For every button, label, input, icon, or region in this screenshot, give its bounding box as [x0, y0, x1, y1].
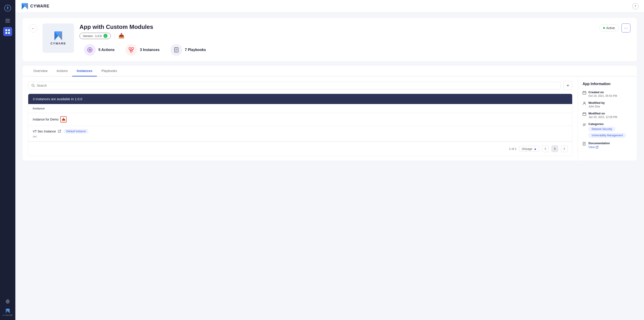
- tab-instances[interactable]: Instances: [72, 66, 97, 76]
- import-icon[interactable]: 📥: [118, 33, 124, 39]
- page-1-button[interactable]: 1: [552, 145, 558, 152]
- instances-icon: [125, 44, 137, 56]
- instance-icon-demo[interactable]: 📥: [60, 116, 66, 123]
- app-information-title: App Information: [582, 82, 632, 86]
- sidebar-item-menu[interactable]: [3, 16, 12, 25]
- sidebar: CYWARE: [0, 0, 15, 320]
- categories-content: Categories Network Security Vulnerabilit…: [588, 122, 626, 138]
- per-page-label: 20/page: [522, 147, 532, 151]
- table-row: Instance for Demo 📥: [28, 113, 572, 126]
- tab-actions[interactable]: Actions: [52, 66, 72, 76]
- tabs-content-area: Overview Actions Instances Playbooks: [22, 66, 637, 160]
- page-info: 1 of 1: [509, 147, 517, 151]
- modified-by-label: Modified by: [588, 101, 605, 104]
- modified-by-value: John Doe: [588, 105, 605, 108]
- playbooks-icon: [170, 44, 182, 56]
- instance-label-vtsec: VT Sec Instance: [33, 130, 56, 133]
- default-instance-badge: Default Instance: [64, 129, 88, 134]
- svg-rect-15: [129, 48, 131, 49]
- app-information-panel: App Information Created on: [578, 76, 637, 160]
- next-icon: [564, 147, 565, 150]
- categories-row: Categories Network Security Vulnerabilit…: [582, 122, 632, 138]
- search-box[interactable]: [28, 82, 561, 89]
- next-page-button[interactable]: [561, 145, 568, 152]
- doc-link-text: View: [588, 145, 595, 149]
- svg-point-8: [7, 301, 8, 302]
- svg-rect-29: [583, 92, 586, 94]
- calendar-icon: [582, 91, 586, 97]
- version-badge[interactable]: Version : 1.0.0 ✓: [80, 33, 111, 39]
- svg-point-10: [89, 49, 91, 51]
- back-button[interactable]: ←: [29, 24, 37, 32]
- more-options-button[interactable]: ···: [622, 23, 630, 32]
- tab-playbooks[interactable]: Playbooks: [97, 66, 122, 76]
- category-network-security: Network Security: [588, 127, 615, 132]
- app-header-card: ← CYWARE App with Custom Modules: [22, 18, 637, 61]
- svg-rect-16: [132, 48, 134, 49]
- instance-label-demo: Instance for Demo: [33, 118, 58, 121]
- app-info-section: App with Custom Modules Version : 1.0.0 …: [80, 23, 630, 56]
- sidebar-item-apps[interactable]: [3, 27, 12, 36]
- main-content: CYWARE ? ← CYWARE App with Custom M: [15, 0, 644, 320]
- app-title-row: App with Custom Modules: [80, 23, 630, 30]
- sidebar-logo: [3, 3, 12, 13]
- created-on-value: Oct 19, 2021, 05:54 PM: [588, 94, 617, 97]
- sidebar-bottom: CYWARE: [2, 297, 13, 317]
- table-header: 3 Instances are available in 1.0.0: [28, 94, 572, 104]
- prev-icon: [544, 147, 546, 150]
- created-on-row: Created on Oct 19, 2021, 05:54 PM: [582, 90, 632, 97]
- tab-bar: Overview Actions Instances Playbooks: [22, 66, 637, 76]
- instance-name-vtsec: VT Sec Instance: [33, 130, 61, 133]
- prev-page-button[interactable]: [542, 145, 549, 152]
- documentation-label: Documentation: [588, 141, 610, 145]
- doc-icon: [582, 142, 586, 149]
- search-input[interactable]: [37, 84, 557, 87]
- external-link-icon: [596, 146, 598, 148]
- link-icon: [58, 130, 61, 133]
- svg-line-27: [34, 86, 34, 87]
- playbooks-count: 7 Playbooks: [185, 48, 206, 52]
- modified-on-row: Modified on Jan 03, 2022, 12:59 PM: [582, 112, 632, 119]
- status-label: Active: [606, 26, 615, 30]
- created-on-content: Created on Oct 19, 2021, 05:54 PM: [588, 90, 617, 97]
- body-area: + 3 Instances are available in 1.0.0 Ins…: [22, 76, 637, 160]
- stat-actions: 5 Actions: [84, 44, 114, 56]
- actions-icon: [84, 44, 96, 56]
- modified-on-value: Jan 03, 2022, 12:59 PM: [588, 116, 617, 119]
- tab-overview[interactable]: Overview: [29, 66, 52, 76]
- stat-instances: 3 Instances: [125, 44, 160, 56]
- instance-name-demo: Instance for Demo 📥: [33, 116, 66, 123]
- version-check-icon: ✓: [104, 34, 108, 38]
- svg-point-33: [584, 102, 585, 103]
- documentation-link[interactable]: View: [588, 145, 610, 149]
- per-page-chevron: ▲: [534, 147, 537, 151]
- sidebar-brand: CYWARE: [2, 309, 13, 317]
- modified-on-label: Modified on: [588, 112, 617, 115]
- instance-sub-label: sec: [33, 135, 37, 138]
- svg-line-45: [597, 146, 598, 147]
- categories-label: Categories: [588, 122, 626, 126]
- created-on-label: Created on: [588, 90, 617, 94]
- actions-count: 5 Actions: [98, 48, 114, 52]
- categories-icon: [582, 123, 586, 138]
- sidebar-item-settings[interactable]: [3, 297, 12, 306]
- add-instance-button[interactable]: +: [564, 81, 572, 90]
- pagination-row: 1 of 1 20/page ▲ 1: [28, 141, 572, 156]
- table-row: VT Sec Instance Default Instance sec: [28, 126, 572, 141]
- active-dot: [603, 27, 605, 29]
- svg-rect-17: [130, 50, 132, 52]
- topbar-help-button[interactable]: ?: [632, 3, 638, 9]
- svg-rect-4: [6, 29, 7, 31]
- modified-by-content: Modified by John Doe: [588, 101, 605, 108]
- instance-vtsec-row: VT Sec Instance Default Instance: [33, 129, 88, 134]
- documentation-row: Documentation View: [582, 141, 632, 149]
- instances-panel: + 3 Instances are available in 1.0.0 Ins…: [22, 76, 578, 160]
- stat-playbooks: 7 Playbooks: [170, 44, 206, 56]
- instances-table: 3 Instances are available in 1.0.0 Insta…: [28, 94, 572, 156]
- svg-rect-6: [6, 32, 7, 34]
- modified-by-row: Modified by John Doe: [582, 101, 632, 108]
- svg-rect-5: [8, 29, 10, 31]
- header-actions: Active ···: [599, 23, 630, 32]
- modified-on-content: Modified on Jan 03, 2022, 12:59 PM: [588, 112, 617, 119]
- per-page-selector[interactable]: 20/page ▲: [519, 146, 539, 152]
